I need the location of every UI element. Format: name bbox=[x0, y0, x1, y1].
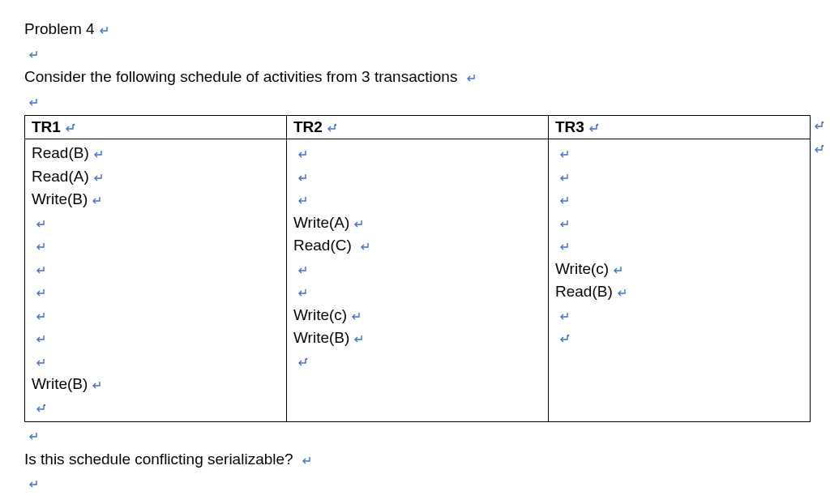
op-text: Write(B) bbox=[293, 329, 349, 346]
question-text: Is this schedule conflicting serializabl… bbox=[24, 451, 297, 468]
paragraph-mark-icon bbox=[350, 311, 362, 321]
op-text: Write(B) bbox=[32, 375, 88, 392]
paragraph-mark-icon bbox=[612, 265, 623, 275]
paragraph-mark-icon bbox=[91, 380, 102, 390]
cell-line: Read(A) bbox=[32, 165, 280, 189]
paragraph-mark-icon bbox=[35, 288, 46, 297]
paragraph-mark-icon bbox=[616, 288, 627, 297]
cell-line: Write(c) bbox=[293, 304, 541, 327]
col-header-tr1: TR1 bbox=[25, 116, 287, 139]
op-text: Read(C) bbox=[293, 237, 356, 254]
row-end-mark-icon bbox=[813, 121, 824, 130]
paragraph-mark-icon bbox=[359, 241, 370, 251]
paragraph-mark-icon bbox=[98, 25, 109, 35]
blank-line bbox=[24, 472, 806, 494]
op-text: Write(A) bbox=[293, 214, 349, 231]
paragraph-mark-icon bbox=[297, 288, 308, 297]
op-text: Write(c) bbox=[293, 306, 347, 323]
cell-line: Write(c) bbox=[555, 258, 803, 281]
cell-line: Write(B) bbox=[293, 327, 541, 350]
paragraph-mark-icon bbox=[558, 219, 570, 229]
paragraph-mark-icon bbox=[35, 219, 46, 229]
cell-line bbox=[555, 188, 803, 211]
paragraph-mark-icon bbox=[297, 149, 308, 159]
question-line: Is this schedule conflicting serializabl… bbox=[24, 448, 806, 471]
cell-tr3: Write(c)Read(B) bbox=[549, 139, 811, 422]
cell-line bbox=[32, 258, 280, 281]
schedule-table: TR1 TR2 TR3 Read(B)Read(A)Write(B)Write(… bbox=[24, 115, 811, 422]
paragraph-mark-icon bbox=[92, 173, 104, 182]
cell-line: Write(A) bbox=[293, 211, 541, 235]
paragraph-mark-icon bbox=[558, 149, 570, 159]
cell-line bbox=[32, 304, 280, 327]
heading-text: Problem 4 bbox=[24, 20, 95, 37]
cell-tr1: Read(B)Read(A)Write(B)Write(B) bbox=[25, 139, 287, 422]
cell-line: Write(B) bbox=[32, 188, 280, 211]
op-text: Read(B) bbox=[32, 144, 89, 161]
cell-line bbox=[293, 258, 541, 281]
problem-heading: Problem 4 bbox=[24, 18, 806, 41]
cell-line bbox=[555, 142, 803, 165]
col-header-tr3: TR3 bbox=[549, 116, 811, 139]
cell-line bbox=[32, 234, 280, 258]
paragraph-mark-icon bbox=[297, 265, 308, 275]
cell-line bbox=[32, 280, 280, 304]
paragraph-mark-icon bbox=[28, 49, 39, 59]
paragraph-mark-icon bbox=[35, 334, 46, 344]
paragraph-mark-icon bbox=[558, 173, 570, 182]
cell-mark-icon bbox=[35, 404, 46, 413]
paragraph-mark-icon bbox=[35, 241, 46, 251]
op-text: Read(B) bbox=[555, 283, 613, 300]
cell-mark-icon bbox=[64, 123, 75, 133]
op-text: Write(c) bbox=[555, 260, 609, 277]
cell-line bbox=[555, 165, 803, 189]
cell-line bbox=[32, 396, 280, 420]
cell-mark-icon bbox=[297, 357, 308, 367]
cell-line bbox=[293, 280, 541, 304]
paragraph-mark-icon bbox=[91, 195, 102, 205]
header-text: TR3 bbox=[555, 118, 584, 135]
paragraph-mark-icon bbox=[465, 73, 477, 83]
paragraph-mark-icon bbox=[28, 431, 39, 441]
cell-line bbox=[293, 165, 541, 189]
cell-mark-icon bbox=[326, 123, 337, 133]
cell-line bbox=[555, 304, 803, 327]
op-text: Read(A) bbox=[32, 168, 89, 185]
cell-mark-icon bbox=[588, 123, 599, 133]
intro-text-line: Consider the following schedule of activ… bbox=[24, 66, 806, 88]
intro-text: Consider the following schedule of activ… bbox=[24, 68, 462, 85]
cell-line: Read(C) bbox=[293, 234, 541, 258]
paragraph-mark-icon bbox=[28, 97, 39, 107]
paragraph-mark-icon bbox=[353, 334, 364, 344]
paragraph-mark-icon bbox=[558, 195, 570, 205]
paragraph-mark-icon bbox=[297, 195, 308, 205]
paragraph-mark-icon bbox=[558, 311, 570, 321]
header-text: TR1 bbox=[32, 118, 61, 135]
paragraph-mark-icon bbox=[301, 455, 312, 465]
cell-line bbox=[555, 234, 803, 258]
cell-line bbox=[293, 350, 541, 374]
header-text: TR2 bbox=[293, 118, 323, 135]
cell-line bbox=[293, 188, 541, 211]
table-header-row: TR1 TR2 TR3 bbox=[25, 116, 811, 139]
cell-line: Read(B) bbox=[32, 142, 280, 165]
cell-line bbox=[32, 211, 280, 235]
blank-line bbox=[24, 42, 806, 65]
cell-line bbox=[293, 142, 541, 165]
col-header-tr2: TR2 bbox=[287, 116, 549, 139]
cell-line bbox=[32, 327, 280, 350]
cell-line: Read(B) bbox=[555, 280, 803, 304]
cell-tr2: Write(A)Read(C) Write(c)Write(B) bbox=[287, 139, 549, 422]
paragraph-mark-icon bbox=[297, 173, 308, 182]
paragraph-mark-icon bbox=[35, 357, 46, 367]
blank-line bbox=[24, 90, 806, 113]
op-text: Write(B) bbox=[32, 190, 88, 207]
paragraph-mark-icon bbox=[92, 149, 104, 159]
paragraph-mark-icon bbox=[35, 265, 46, 275]
cell-line: Write(B) bbox=[32, 373, 280, 396]
paragraph-mark-icon bbox=[35, 311, 46, 321]
paragraph-mark-icon bbox=[558, 241, 570, 251]
cell-mark-icon bbox=[558, 334, 570, 344]
paragraph-mark-icon bbox=[353, 219, 364, 229]
blank-line bbox=[24, 424, 806, 446]
